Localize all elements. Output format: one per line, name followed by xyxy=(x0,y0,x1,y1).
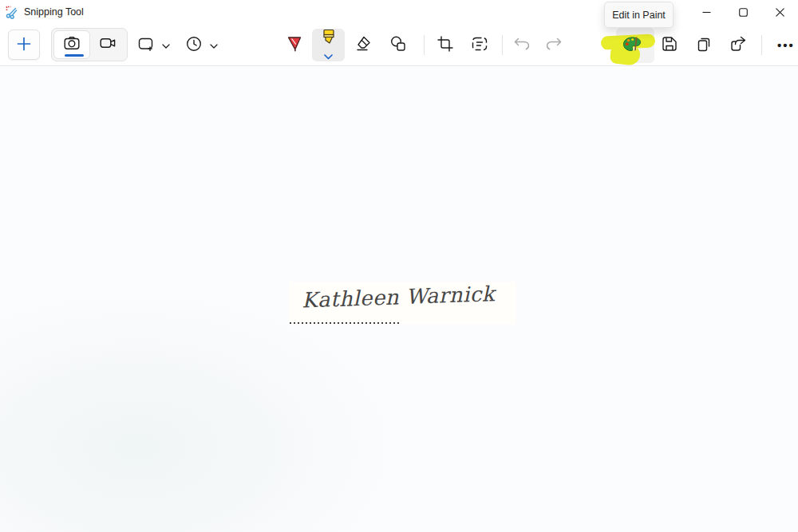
highlighter-button[interactable] xyxy=(312,29,345,61)
eraser-button[interactable] xyxy=(349,30,377,59)
toolbar-separator xyxy=(761,35,762,55)
capture-mode-switch xyxy=(51,28,128,61)
snip-shape-dropdown[interactable] xyxy=(132,32,174,57)
ballpoint-pen-button[interactable] xyxy=(280,30,309,59)
toolbar-separator xyxy=(424,35,425,55)
redo-arrow-icon xyxy=(544,34,563,56)
new-snip-button[interactable] xyxy=(8,30,40,60)
undo-button[interactable] xyxy=(508,30,536,59)
copy-icon xyxy=(694,34,713,56)
tooltip-text: Edit in Paint xyxy=(612,10,666,21)
ellipsis-icon: ••• xyxy=(777,38,795,52)
redo-button[interactable] xyxy=(539,30,568,59)
captured-snip-image[interactable]: Kathleen Warnick xyxy=(289,282,516,325)
titlebar: Snipping Tool xyxy=(0,0,798,24)
crop-icon xyxy=(436,34,455,56)
rectangle-snip-icon xyxy=(136,34,156,56)
copy-button[interactable] xyxy=(689,30,718,59)
text-box-icon xyxy=(470,34,489,56)
minimize-button[interactable] xyxy=(688,0,725,24)
snipping-tool-window: Snipping Tool xyxy=(0,0,798,532)
save-button[interactable] xyxy=(655,30,684,59)
plus-icon xyxy=(15,35,33,55)
chevron-down-icon xyxy=(162,39,170,51)
eraser-icon xyxy=(354,34,373,56)
snipping-tool-icon xyxy=(6,6,18,18)
maximize-button[interactable] xyxy=(725,0,761,24)
crop-button[interactable] xyxy=(431,30,460,59)
text-actions-button[interactable] xyxy=(465,30,494,59)
toolbar: ••• xyxy=(0,24,798,66)
see-more-button[interactable]: ••• xyxy=(772,30,798,59)
selected-mode-indicator xyxy=(65,54,84,57)
snip-canvas[interactable]: Kathleen Warnick xyxy=(0,67,798,532)
edit-in-paint-tooltip: Edit in Paint xyxy=(604,2,674,28)
share-button[interactable] xyxy=(724,30,753,59)
paint-palette-icon[interactable] xyxy=(622,35,642,56)
signature-dotted-line xyxy=(290,322,401,324)
close-button[interactable] xyxy=(761,0,798,24)
signature-text: Kathleen Warnick xyxy=(302,281,510,312)
chevron-down-icon xyxy=(210,39,218,51)
screenshot-mode-button[interactable] xyxy=(53,30,90,59)
share-icon xyxy=(729,34,748,56)
window-title: Snipping Tool xyxy=(24,0,84,24)
shapes-button[interactable] xyxy=(384,30,413,59)
chevron-down-icon xyxy=(324,50,333,62)
clock-icon xyxy=(184,34,203,56)
toolbar-separator xyxy=(502,35,503,55)
recording-mode-button[interactable] xyxy=(90,30,125,59)
circle-square-icon xyxy=(389,34,408,56)
video-camera-icon xyxy=(98,33,117,56)
delay-dropdown[interactable] xyxy=(180,32,222,57)
red-pen-icon xyxy=(285,34,304,56)
highlighter-icon xyxy=(319,28,338,49)
camera-icon xyxy=(62,33,81,56)
undo-arrow-icon xyxy=(512,34,531,56)
floppy-disk-icon xyxy=(660,34,679,56)
